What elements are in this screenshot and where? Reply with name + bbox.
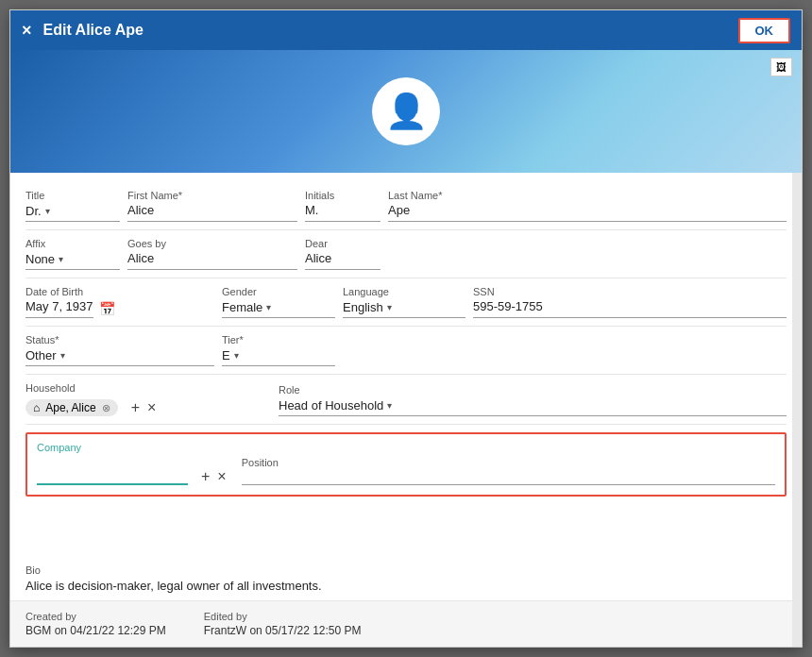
field-dear: Dear Alice	[305, 238, 381, 270]
row-household: Household ⌂ Ape, Alice ⊗ + × Role H	[25, 375, 787, 425]
row-affix: Affix None ▾ Goes by Alice Dear Alice	[25, 230, 787, 278]
dob-value[interactable]: May 7, 1937	[25, 299, 93, 318]
gender-arrow-icon: ▾	[266, 302, 271, 312]
tier-select[interactable]: E ▾	[222, 347, 335, 366]
role-select[interactable]: Head of Household ▾	[279, 397, 787, 416]
goesby-label: Goes by	[127, 238, 297, 249]
gender-select[interactable]: Female ▾	[222, 299, 335, 318]
language-arrow-icon: ▾	[387, 302, 392, 312]
tier-label: Tier*	[222, 334, 335, 345]
modal-header: × Edit Alice Ape OK	[10, 10, 802, 50]
goesby-value[interactable]: Alice	[127, 251, 297, 270]
profile-banner: 👤 🖼	[10, 50, 802, 173]
initials-label: Initials	[305, 190, 381, 201]
gender-label: Gender	[222, 286, 335, 297]
row-status: Status* Other ▾ Tier* E ▾	[25, 327, 787, 375]
form-section: Title Dr. ▾ First Name* Alice Initials M…	[10, 173, 802, 564]
row-company: Company + × Position	[25, 425, 787, 497]
field-language: Language English ▾	[343, 286, 465, 318]
company-input-wrapper: + ×	[37, 467, 227, 485]
field-role: Role Head of Household ▾	[279, 384, 787, 416]
footer-section: Created by BGM on 04/21/22 12:29 PM Edit…	[10, 601, 802, 647]
edited-value: FrantzW on 05/17/22 12:50 PM	[204, 624, 362, 637]
field-firstname: First Name* Alice	[127, 190, 297, 222]
household-tag-name: Ape, Alice	[45, 401, 95, 414]
modal-body: 👤 🖼 Title Dr. ▾ First Name* Alice	[10, 50, 802, 647]
edited-label: Edited by	[204, 611, 362, 622]
role-arrow-icon: ▾	[387, 400, 392, 411]
field-lastname: Last Name* Ape	[388, 190, 787, 222]
language-value: English	[343, 300, 383, 314]
field-title: Title Dr. ▾	[25, 190, 120, 222]
affix-label: Affix	[25, 238, 120, 249]
row-dob: Date of Birth May 7, 1937 📅 Gender Femal…	[25, 278, 787, 327]
company-position-wrapper: Company + × Position	[25, 432, 787, 497]
tier-arrow-icon: ▾	[234, 350, 239, 361]
language-select[interactable]: English ▾	[343, 299, 465, 318]
household-add-button[interactable]: +	[131, 399, 140, 416]
field-household: Household ⌂ Ape, Alice ⊗ + ×	[25, 382, 271, 416]
position-input[interactable]	[242, 468, 775, 485]
header-left: × Edit Alice Ape	[22, 21, 144, 41]
household-remove-button[interactable]: ×	[147, 399, 156, 416]
field-position: Position	[242, 457, 775, 485]
household-tag-close-icon[interactable]: ⊗	[102, 402, 110, 414]
edit-modal: × Edit Alice Ape OK 👤 🖼 Title	[9, 9, 803, 648]
created-label: Created by	[25, 611, 166, 622]
household-row: ⌂ Ape, Alice ⊗ + ×	[25, 399, 271, 416]
row-name: Title Dr. ▾ First Name* Alice Initials M…	[25, 182, 787, 230]
company-section: Company + × Position	[25, 432, 787, 497]
bio-label: Bio	[25, 564, 787, 576]
language-label: Language	[343, 286, 465, 297]
lastname-value[interactable]: Ape	[388, 203, 787, 222]
field-goesby: Goes by Alice	[127, 238, 297, 270]
ssn-value[interactable]: 595-59-1755	[473, 299, 787, 318]
field-initials: Initials M.	[305, 190, 381, 222]
ok-button[interactable]: OK	[738, 18, 791, 43]
position-label: Position	[242, 457, 775, 468]
firstname-label: First Name*	[127, 190, 297, 201]
calendar-icon[interactable]: 📅	[99, 301, 115, 316]
avatar-icon: 👤	[385, 92, 428, 131]
company-row: + × Position	[37, 457, 775, 485]
status-arrow-icon: ▾	[60, 350, 65, 361]
dob-row: May 7, 1937 📅	[25, 299, 214, 318]
dear-value[interactable]: Alice	[305, 251, 381, 270]
company-add-button[interactable]: +	[201, 468, 210, 485]
tier-value: E	[222, 348, 230, 362]
modal-title: Edit Alice Ape	[43, 22, 144, 39]
field-dob: Date of Birth May 7, 1937 📅	[25, 286, 214, 318]
footer-created: Created by BGM on 04/21/22 12:29 PM	[25, 611, 166, 637]
affix-arrow-icon: ▾	[59, 254, 63, 264]
ssn-label: SSN	[473, 286, 787, 297]
dob-label: Date of Birth	[25, 286, 214, 297]
close-icon[interactable]: ×	[22, 21, 32, 41]
status-select[interactable]: Other ▾	[25, 347, 214, 366]
company-remove-button[interactable]: ×	[217, 468, 226, 485]
photo-icon: 🖼	[776, 61, 787, 73]
avatar: 👤	[372, 77, 440, 145]
household-tag: ⌂ Ape, Alice ⊗	[25, 399, 118, 416]
field-affix: Affix None ▾	[25, 238, 120, 270]
photo-button[interactable]: 🖼	[770, 58, 792, 76]
field-status: Status* Other ▾	[25, 334, 214, 366]
field-gender: Gender Female ▾	[222, 286, 335, 318]
firstname-value[interactable]: Alice	[127, 203, 297, 222]
dear-label: Dear	[305, 238, 381, 249]
affix-value: None	[25, 252, 55, 266]
title-select[interactable]: Dr. ▾	[25, 203, 120, 222]
title-arrow-icon: ▾	[45, 206, 50, 216]
role-value: Head of Household	[279, 398, 383, 413]
company-label: Company	[37, 442, 775, 453]
created-value: BGM on 04/21/22 12:29 PM	[25, 624, 166, 637]
company-input[interactable]	[37, 467, 188, 485]
lastname-label: Last Name*	[388, 190, 787, 201]
initials-value[interactable]: M.	[305, 203, 381, 222]
house-icon: ⌂	[33, 401, 40, 414]
bio-section: Bio Alice is decision-maker, legal owner…	[10, 564, 802, 601]
bio-text: Alice is decision-maker, legal owner of …	[25, 579, 787, 593]
role-label: Role	[279, 384, 787, 396]
affix-select[interactable]: None ▾	[25, 251, 120, 270]
status-label: Status*	[25, 334, 214, 345]
gender-value: Female	[222, 300, 262, 314]
